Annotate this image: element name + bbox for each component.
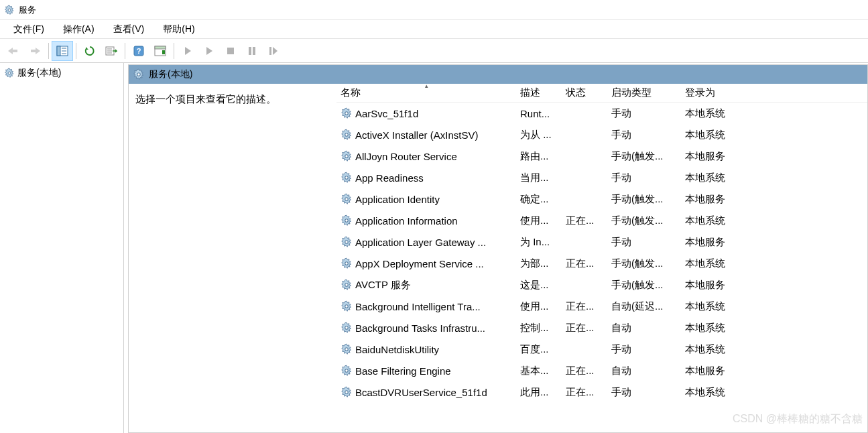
service-row[interactable]: Background Intelligent Tra...使用...正在...自…	[336, 296, 867, 317]
cell-name: AarSvc_51f1d	[336, 106, 516, 121]
cell-startup: 手动(触发...	[607, 213, 681, 229]
titlebar: 服务	[0, 0, 868, 20]
toolbar: ?	[0, 39, 868, 63]
cell-name: App Readiness	[336, 170, 516, 185]
service-row[interactable]: BaiduNetdiskUtility百度...手动本地系统	[336, 338, 867, 360]
menu-view[interactable]: 查看(V)	[104, 21, 154, 38]
menu-action[interactable]: 操作(A)	[54, 21, 104, 38]
col-header-logon[interactable]: 登录为	[681, 84, 867, 102]
svg-rect-3	[57, 46, 60, 56]
cell-name: BaiduNetdiskUtility	[336, 342, 516, 357]
detail-prompt: 选择一个项目来查看它的描述。	[135, 93, 330, 106]
gear-icon	[4, 68, 15, 78]
service-row[interactable]: AppX Deployment Service ...为部...正在...手动(…	[336, 253, 867, 274]
cell-desc: 控制...	[516, 320, 562, 336]
cell-logon: 本地服务	[681, 149, 867, 164]
service-row[interactable]: AllJoyn Router Service路由...手动(触发...本地服务	[336, 145, 867, 167]
nav-back-button[interactable]	[3, 41, 24, 61]
detail-pane: 选择一个项目来查看它的描述。	[129, 84, 336, 432]
cell-desc: 当用...	[516, 170, 562, 186]
cell-logon: 本地服务	[681, 363, 867, 379]
cell-status	[562, 198, 607, 200]
cell-startup: 自动(延迟...	[607, 299, 681, 314]
service-row[interactable]: App Readiness当用...手动本地系统	[336, 167, 867, 188]
tree-item-label: 服务(本地)	[17, 67, 61, 79]
export-button[interactable]	[101, 41, 122, 61]
cell-status	[562, 133, 607, 136]
cell-status: 正在...	[562, 256, 607, 271]
cell-status: 正在...	[562, 299, 607, 314]
content-pane: 服务(本地) 选择一个项目来查看它的描述。 ▴名称 描述 状态 启动类型 登录为…	[128, 64, 868, 433]
cell-status	[562, 241, 607, 243]
gear-icon	[340, 129, 353, 141]
service-list: ▴名称 描述 状态 启动类型 登录为 AarSvc_51f1dRunt...手动…	[336, 84, 867, 432]
gear-icon	[340, 150, 353, 162]
service-row[interactable]: BcastDVRUserService_51f1d此用...正在...手动本地系…	[336, 381, 867, 403]
menu-file[interactable]: 文件(F)	[4, 21, 54, 38]
col-header-desc[interactable]: 描述	[516, 84, 562, 102]
toolbar-sep	[76, 43, 76, 59]
start-service-button[interactable]	[177, 41, 198, 61]
col-header-status[interactable]: 状态	[562, 84, 607, 102]
cell-desc: 为部...	[516, 256, 562, 271]
col-header-startup[interactable]: 启动类型	[607, 84, 681, 102]
stop-service-button[interactable]	[220, 41, 241, 61]
cell-startup: 手动(触发...	[607, 192, 681, 207]
cell-startup: 手动(触发...	[607, 149, 681, 164]
cell-desc: Runt...	[516, 107, 562, 121]
cell-logon: 本地系统	[681, 256, 867, 271]
gear-icon	[340, 214, 353, 227]
gear-icon	[340, 343, 353, 355]
cell-name: BcastDVRUserService_51f1d	[336, 385, 516, 399]
properties-button[interactable]	[149, 41, 171, 61]
cell-startup: 手动	[607, 170, 681, 186]
gear-icon	[340, 386, 353, 398]
nav-forward-button[interactable]	[24, 41, 46, 61]
cell-status	[562, 348, 607, 351]
service-row[interactable]: Application Identity确定...手动(触发...本地服务	[336, 188, 867, 210]
col-header-name[interactable]: ▴名称	[336, 84, 516, 102]
cell-name: AppX Deployment Service ...	[336, 256, 516, 271]
cell-status: 正在...	[562, 385, 607, 400]
svg-rect-18	[253, 47, 255, 55]
cell-desc: 此用...	[516, 385, 562, 400]
service-row[interactable]: Application Information使用...正在...手动(触发..…	[336, 210, 867, 231]
tree-item-services-local[interactable]: 服务(本地)	[1, 66, 122, 80]
gear-icon	[340, 365, 353, 377]
cell-status	[562, 155, 607, 158]
cell-logon: 本地系统	[681, 127, 867, 143]
pause-service-button[interactable]	[241, 41, 263, 61]
service-row[interactable]: Background Tasks Infrastru...控制...正在...自…	[336, 317, 867, 338]
cell-startup: 自动	[607, 363, 681, 379]
service-row[interactable]: Application Layer Gateway ...为 In...手动本地…	[336, 231, 867, 253]
gear-icon	[340, 279, 353, 291]
service-row[interactable]: ActiveX Installer (AxInstSV)为从 ...手动本地系统	[336, 124, 867, 145]
start-service-alt-button[interactable]	[198, 41, 220, 61]
toolbar-sep	[174, 43, 174, 59]
cell-name: Application Identity	[336, 192, 516, 206]
cell-name: AllJoyn Router Service	[336, 149, 516, 164]
console-tree: 服务(本地)	[0, 63, 124, 433]
cell-logon: 本地服务	[681, 192, 867, 207]
help-button[interactable]: ?	[128, 41, 149, 61]
cell-logon: 本地系统	[681, 385, 867, 400]
cell-name: Base Filtering Engine	[336, 363, 516, 378]
cell-startup: 手动	[607, 342, 681, 357]
gear-icon	[340, 236, 353, 248]
show-hide-tree-button[interactable]	[52, 41, 73, 61]
cell-status	[562, 176, 607, 179]
service-row[interactable]: Base Filtering Engine基本...正在...自动本地服务	[336, 360, 867, 381]
service-row[interactable]: AarSvc_51f1dRunt...手动本地系统	[336, 103, 867, 124]
service-row[interactable]: AVCTP 服务这是...手动(触发...本地服务	[336, 274, 867, 296]
menu-help[interactable]: 帮助(H)	[153, 21, 204, 38]
cell-name: Background Intelligent Tra...	[336, 299, 516, 314]
list-header: ▴名称 描述 状态 启动类型 登录为	[336, 84, 867, 103]
restart-service-button[interactable]	[263, 41, 284, 61]
refresh-button[interactable]	[79, 41, 101, 61]
cell-status	[562, 112, 607, 115]
cell-desc: 使用...	[516, 213, 562, 229]
cell-desc: 路由...	[516, 149, 562, 164]
svg-rect-19	[269, 47, 271, 55]
cell-startup: 手动(触发...	[607, 277, 681, 293]
gear-icon	[340, 107, 353, 119]
